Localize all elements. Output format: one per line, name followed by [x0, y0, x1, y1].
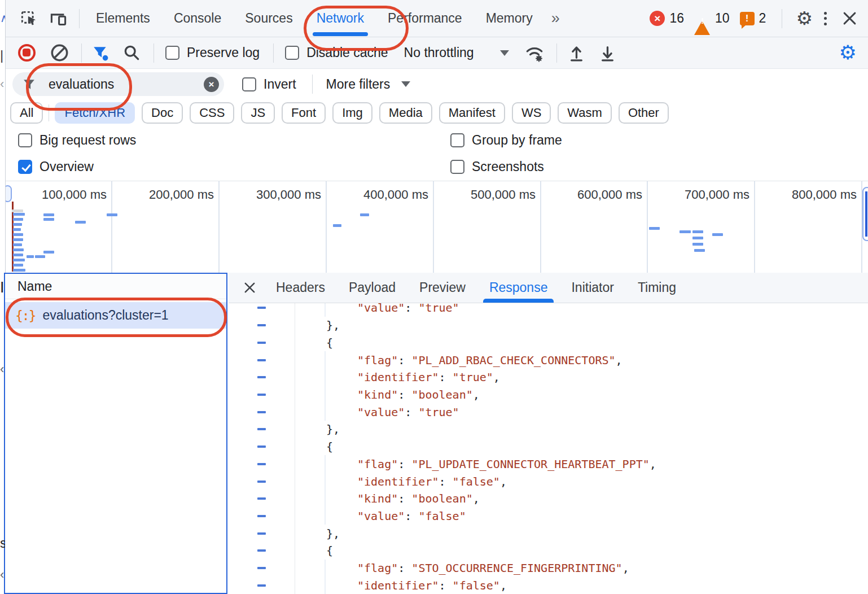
throttling-select[interactable]: No throttling — [404, 45, 474, 60]
record-network-log-icon[interactable] — [18, 44, 36, 62]
code-line: "kind": "boolean", — [229, 386, 868, 404]
code-gutter — [229, 473, 295, 490]
tab-memory[interactable]: Memory — [474, 0, 545, 37]
filter-chip-wasm[interactable]: Wasm — [558, 102, 612, 124]
network-settings-gear-icon[interactable]: ⚙ — [828, 43, 868, 63]
line-marker-dash — [257, 481, 266, 483]
filter-text-input[interactable] — [12, 72, 224, 96]
big-request-rows-checkbox[interactable] — [18, 133, 32, 147]
detail-tab-initiator[interactable]: Initiator — [559, 273, 625, 303]
code-text: "flag": "STO_OCCURRENCE_FINGERPRINTING", — [295, 561, 629, 575]
tab-console[interactable]: Console — [162, 0, 233, 37]
network-overview-timeline[interactable]: 100,000 ms200,000 ms300,000 ms400,000 ms… — [6, 181, 868, 273]
code-line: { — [229, 438, 868, 456]
code-gutter — [229, 334, 295, 351]
filter-chip-other[interactable]: Other — [619, 102, 669, 124]
screenshots-label: Screenshots — [472, 159, 544, 174]
overview-checkbox[interactable] — [18, 160, 32, 174]
overview-request-bar — [75, 221, 86, 224]
filter-chip-doc[interactable]: Doc — [142, 102, 183, 124]
code-gutter — [229, 525, 295, 542]
error-count[interactable]: 16 — [669, 11, 684, 26]
line-marker-dash — [257, 342, 266, 344]
filter-funnel-icon[interactable] — [92, 45, 109, 62]
network-conditions-icon[interactable] — [525, 44, 544, 62]
filter-chip-manifest[interactable]: Manifest — [439, 102, 505, 124]
code-gutter — [229, 317, 295, 334]
code-line: "identifier": "false", — [229, 473, 868, 490]
code-text: { — [295, 440, 333, 453]
request-row[interactable]: {:}evaluations?cluster=1 — [5, 302, 226, 329]
line-marker-dash — [257, 411, 266, 413]
overview-request-bar — [712, 233, 723, 236]
more-tabs-icon[interactable]: » — [545, 10, 567, 27]
filter-chip-js[interactable]: JS — [241, 102, 275, 124]
issues-count[interactable]: 2 — [759, 11, 766, 26]
clipped-fragment: ∧ — [0, 11, 5, 25]
preserve-log-checkbox[interactable] — [165, 46, 179, 60]
screenshots-checkbox[interactable] — [450, 160, 464, 174]
code-line: "value": "true" — [229, 303, 868, 317]
filter-chip-ws[interactable]: WS — [512, 102, 551, 124]
line-marker-dash — [257, 428, 266, 430]
code-line: "flag": "PL_UPDATE_CONNECTOR_HEARTBEAT_P… — [229, 455, 868, 473]
throttling-caret-icon[interactable] — [500, 50, 509, 56]
tab-sources[interactable]: Sources — [233, 0, 304, 37]
customize-menu-icon[interactable] — [821, 12, 830, 25]
filter-chip-all[interactable]: All — [10, 102, 43, 124]
code-gutter — [229, 508, 295, 525]
tab-elements[interactable]: Elements — [84, 0, 162, 37]
inspect-element-icon[interactable] — [16, 10, 42, 27]
invert-checkbox[interactable] — [242, 77, 256, 91]
filter-chip-fetch-xhr[interactable]: Fetch/XHR — [55, 102, 135, 124]
detail-tab-bar: HeadersPayloadPreviewResponseInitiatorTi… — [229, 273, 868, 303]
overview-request-bar — [43, 251, 54, 254]
toolbar-divider — [273, 43, 274, 63]
overview-request-bar — [13, 264, 23, 267]
device-toolbar-icon[interactable] — [42, 10, 74, 27]
code-text: { — [295, 544, 333, 557]
more-filters-button[interactable]: More filters — [326, 77, 391, 92]
filter-chip-css[interactable]: CSS — [190, 102, 234, 124]
code-line: "flag": "PL_ADD_RBAC_CHECK_CONNECTORS", — [229, 351, 868, 369]
response-body-viewer[interactable]: "value": "true"},{"flag": "PL_ADD_RBAC_C… — [229, 303, 868, 594]
detail-tab-response[interactable]: Response — [477, 273, 560, 303]
disable-cache-checkbox[interactable] — [285, 46, 299, 60]
filter-chip-font[interactable]: Font — [282, 102, 326, 124]
detail-tab-timing[interactable]: Timing — [626, 273, 688, 303]
detail-tab-headers[interactable]: Headers — [264, 273, 337, 303]
detail-tab-payload[interactable]: Payload — [337, 273, 407, 303]
clear-network-log-icon[interactable] — [50, 43, 69, 62]
close-devtools-icon[interactable] — [830, 11, 868, 25]
code-gutter — [229, 421, 295, 438]
overview-request-bar — [35, 255, 45, 258]
export-har-icon[interactable] — [599, 44, 616, 62]
search-icon[interactable] — [124, 45, 140, 61]
toolbar-divider — [79, 9, 80, 28]
error-badge-icon[interactable]: × — [650, 11, 665, 26]
tab-network[interactable]: Network — [305, 0, 376, 37]
code-line: "value": "false" — [229, 508, 868, 525]
issues-badge-icon[interactable]: ! — [740, 12, 755, 25]
code-text: "kind": "boolean", — [295, 388, 480, 401]
close-detail-icon[interactable] — [243, 281, 256, 294]
warning-badge-icon[interactable]: ! — [694, 11, 711, 26]
response-code-lines: "value": "true"},{"flag": "PL_ADD_RBAC_C… — [229, 303, 868, 594]
filter-chip-img[interactable]: Img — [332, 102, 372, 124]
overview-request-bar — [43, 213, 54, 216]
filter-chip-media[interactable]: Media — [379, 102, 432, 124]
more-filters-caret-icon[interactable] — [401, 81, 410, 87]
code-gutter — [229, 303, 295, 317]
import-har-icon[interactable] — [568, 44, 585, 62]
overview-right-handle[interactable] — [862, 187, 868, 241]
settings-gear-icon[interactable]: ⚙ — [788, 9, 821, 28]
code-text: "identifier": "false", — [295, 475, 507, 488]
name-column-header[interactable]: Name — [5, 274, 226, 299]
overview-tick-label: 800,000 ms — [727, 187, 857, 202]
code-text: }, — [295, 318, 340, 332]
group-by-frame-checkbox[interactable] — [450, 133, 464, 147]
detail-tab-preview[interactable]: Preview — [407, 273, 477, 303]
clear-filter-icon[interactable]: × — [204, 77, 219, 92]
tab-performance[interactable]: Performance — [376, 0, 474, 37]
warning-count[interactable]: 10 — [715, 11, 730, 26]
